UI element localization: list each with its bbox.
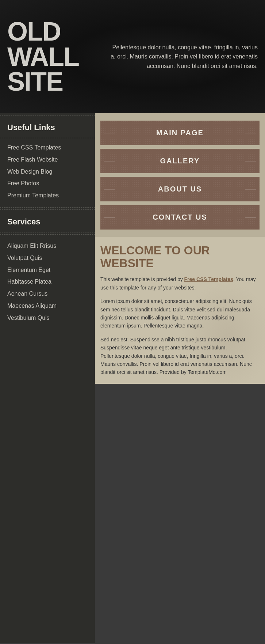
- services-list: Aliquam Elit Rrisus Volutpat Quis Elemen…: [0, 236, 95, 328]
- list-item[interactable]: Free Flash Website: [7, 154, 88, 166]
- service-elementum[interactable]: Elementum Eget: [7, 266, 88, 274]
- link-web-design-blog[interactable]: Web Design Blog: [7, 168, 88, 176]
- site-title: OLD WALL SITE: [7, 19, 97, 94]
- service-maecenas[interactable]: Maecenas Aliquam: [7, 302, 88, 310]
- link-free-flash-website[interactable]: Free Flash Website: [7, 156, 88, 164]
- link-premium-templates[interactable]: Premium Templates: [7, 192, 88, 200]
- site-title-block: OLD WALL SITE: [0, 0, 102, 113]
- list-item[interactable]: Elementum Eget: [7, 264, 88, 276]
- welcome-body-2: Sed nec est. Suspendisse a nibh tristiqu…: [100, 336, 258, 376]
- list-item[interactable]: Habitasse Platea: [7, 276, 88, 288]
- free-css-templates-link[interactable]: Free CSS Templates: [184, 276, 233, 282]
- list-item[interactable]: Maecenas Aliquam: [7, 300, 88, 312]
- list-item[interactable]: Free CSS Templates: [7, 142, 88, 154]
- welcome-title: WELCOME TO OUR WEBSITE: [100, 244, 258, 270]
- list-item[interactable]: Aenean Cursus: [7, 288, 88, 300]
- service-volutpat[interactable]: Volutpat Quis: [7, 254, 88, 262]
- list-item[interactable]: Free Photos: [7, 178, 88, 190]
- header: OLD WALL SITE Pellentesque dolor nulla, …: [0, 0, 265, 113]
- nav-gallery-button[interactable]: GALLERY: [100, 149, 260, 173]
- link-free-photos[interactable]: Free Photos: [7, 180, 88, 187]
- nav-contact-us-button[interactable]: CONTACT US: [100, 205, 260, 230]
- list-item[interactable]: Vestibulum Quis: [7, 312, 88, 324]
- welcome-section: WELCOME TO OUR WEBSITE This website temp…: [95, 237, 265, 384]
- list-item[interactable]: Volutpat Quis: [7, 252, 88, 264]
- sidebar-divider-2: [0, 234, 95, 235]
- welcome-intro: This website template is provided by Fre…: [100, 275, 258, 292]
- link-free-css-templates[interactable]: Free CSS Templates: [7, 144, 88, 152]
- nav-about-us-button[interactable]: ABOUT US: [100, 177, 260, 201]
- nav-main-page-button[interactable]: MAIN PAGE: [100, 121, 260, 145]
- service-vestibulum[interactable]: Vestibulum Quis: [7, 314, 88, 322]
- list-item[interactable]: Web Design Blog: [7, 166, 88, 178]
- welcome-body-1: Lorem ipsum dolor sit amet, consectetuer…: [100, 297, 258, 330]
- service-aliquam[interactable]: Aliquam Elit Rrisus: [7, 242, 88, 250]
- service-habitasse[interactable]: Habitasse Platea: [7, 278, 88, 286]
- services-heading: Services: [0, 209, 95, 232]
- sidebar-divider: [0, 207, 95, 208]
- useful-links-heading: Useful Links: [0, 115, 95, 138]
- list-item[interactable]: Premium Templates: [7, 190, 88, 202]
- service-aenean[interactable]: Aenean Cursus: [7, 290, 88, 298]
- list-item[interactable]: Aliquam Elit Rrisus: [7, 240, 88, 252]
- main-layout: Useful Links Free CSS Templates Free Fla…: [0, 113, 265, 643]
- header-description: Pellentesque dolor nulla, congue vitae, …: [108, 43, 258, 71]
- useful-links-list: Free CSS Templates Free Flash Website We…: [0, 138, 95, 205]
- sidebar: Useful Links Free CSS Templates Free Fla…: [0, 113, 95, 643]
- right-column: MAIN PAGE GALLERY ABOUT US CONTACT US WE…: [95, 113, 265, 384]
- nav-buttons-area: MAIN PAGE GALLERY ABOUT US CONTACT US: [95, 113, 265, 237]
- header-description-block: Pellentesque dolor nulla, congue vitae, …: [102, 0, 265, 113]
